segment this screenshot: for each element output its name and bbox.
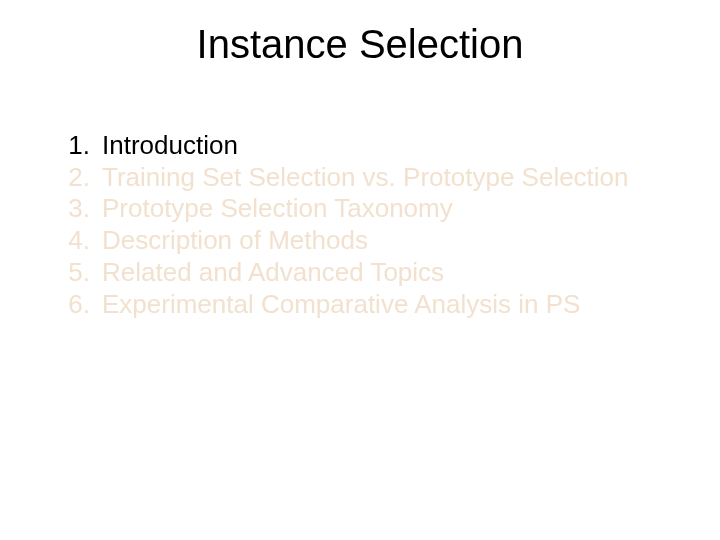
slide-title: Instance Selection: [0, 22, 720, 67]
list-number: 6.: [48, 289, 90, 321]
list-number: 5.: [48, 257, 90, 289]
list-item: 6. Experimental Comparative Analysis in …: [48, 289, 672, 321]
list-label: Prototype Selection Taxonomy: [90, 193, 453, 225]
list-item: 5. Related and Advanced Topics: [48, 257, 672, 289]
list-item: 3. Prototype Selection Taxonomy: [48, 193, 672, 225]
outline-list: 1. Introduction 2. Training Set Selectio…: [48, 130, 672, 320]
list-label: Experimental Comparative Analysis in PS: [90, 289, 580, 321]
list-label: Related and Advanced Topics: [90, 257, 444, 289]
list-number: 2.: [48, 162, 90, 194]
list-label: Description of Methods: [90, 225, 368, 257]
slide: Instance Selection 1. Introduction 2. Tr…: [0, 0, 720, 540]
list-label: Introduction: [90, 130, 238, 162]
list-item: 4. Description of Methods: [48, 225, 672, 257]
list-number: 3.: [48, 193, 90, 225]
list-number: 4.: [48, 225, 90, 257]
list-number: 1.: [48, 130, 90, 162]
list-item: 2. Training Set Selection vs. Prototype …: [48, 162, 672, 194]
list-label: Training Set Selection vs. Prototype Sel…: [90, 162, 629, 194]
list-item: 1. Introduction: [48, 130, 672, 162]
